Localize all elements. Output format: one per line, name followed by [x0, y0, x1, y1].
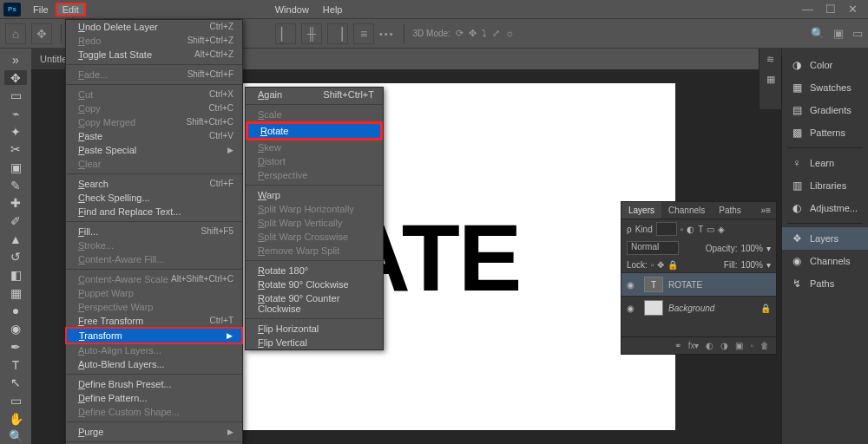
panel-button-adjustme[interactable]: ◐Adjustme...: [782, 197, 868, 219]
align-right-icon[interactable]: ▕: [327, 23, 348, 44]
search-icon[interactable]: 🔍: [811, 27, 825, 40]
panel-button-patterns[interactable]: ▩Patterns: [782, 121, 868, 144]
tab-paths[interactable]: Paths: [712, 202, 748, 219]
layer-row[interactable]: ◉ T ROTATE: [621, 272, 776, 296]
blend-mode-select[interactable]: Normal: [627, 241, 679, 255]
type-tool[interactable]: T: [4, 357, 27, 373]
distribute-icon[interactable]: ≡: [353, 23, 374, 44]
workspace-icon[interactable]: ▭: [852, 27, 863, 40]
blur-tool[interactable]: ●: [4, 304, 27, 319]
lasso-tool[interactable]: ⌁: [4, 106, 27, 121]
lock-all-icon[interactable]: 🔒: [667, 260, 678, 270]
lock-pixels-icon[interactable]: ▫: [651, 260, 654, 270]
menu-item-toggle-last-state[interactable]: Toggle Last StateAlt+Ctrl+Z: [66, 48, 242, 62]
fx-icon[interactable]: fx▾: [688, 341, 700, 350]
menu-item-free-transform[interactable]: Free TransformCtrl+T: [66, 314, 242, 328]
gradient-tool[interactable]: ▦: [4, 285, 27, 301]
dodge-tool[interactable]: ◉: [4, 321, 27, 336]
submenu-item-flip-vertical[interactable]: Flip Vertical: [246, 336, 383, 349]
menu-item-purge[interactable]: Purge ▶: [66, 425, 242, 439]
path-tool[interactable]: ↖: [4, 375, 27, 390]
fill-value[interactable]: 100%: [740, 260, 763, 270]
marquee-tool[interactable]: ▭: [4, 88, 27, 103]
menu-item-define-pattern-[interactable]: Define Pattern...: [66, 391, 242, 405]
menu-item-undo-delete-layer[interactable]: Undo Delete LayerCtrl+Z: [66, 20, 242, 34]
mask-icon[interactable]: ◐: [706, 341, 713, 350]
panel-menu-icon[interactable]: »≡: [756, 202, 776, 219]
panel-button-swatches[interactable]: ▦Swatches: [782, 76, 868, 99]
submenu-item-rotate-90-counter-clockwise[interactable]: Rotate 90° Counter Clockwise: [246, 291, 383, 316]
filter-pixel-icon[interactable]: ▫: [681, 225, 684, 234]
visibility-icon[interactable]: ◉: [627, 304, 639, 313]
more-icon[interactable]: •••: [379, 29, 395, 39]
menu-item-define-brush-preset-[interactable]: Define Brush Preset...: [66, 377, 242, 391]
minimize-button[interactable]: —: [802, 3, 813, 16]
layer-name[interactable]: Background: [668, 304, 714, 313]
info-icon[interactable]: ▦: [766, 74, 775, 85]
submenu-item-again[interactable]: AgainShift+Ctrl+T: [246, 88, 383, 101]
menu-item-search[interactable]: SearchCtrl+F: [66, 177, 242, 191]
zoom-tool[interactable]: 🔍: [4, 428, 27, 444]
menu-item-paste[interactable]: PasteCtrl+V: [66, 129, 242, 143]
submenu-item-rotate[interactable]: Rotate: [248, 124, 380, 138]
close-button[interactable]: ✕: [848, 3, 858, 16]
menu-item-paste-special[interactable]: Paste Special ▶: [66, 143, 242, 157]
filter-shape-icon[interactable]: ▭: [707, 225, 714, 234]
filter-type-icon[interactable]: T: [698, 225, 703, 234]
tab-layers[interactable]: Layers: [621, 202, 661, 219]
group-icon[interactable]: ▣: [735, 341, 743, 350]
submenu-item-rotate-90-clockwise[interactable]: Rotate 90° Clockwise: [246, 278, 383, 291]
panel-button-layers[interactable]: ❖Layers: [782, 227, 868, 250]
layer-name[interactable]: ROTATE: [668, 280, 702, 290]
scale-icon[interactable]: ⤢: [492, 28, 500, 39]
eyedropper-tool[interactable]: ✎: [4, 178, 27, 193]
panel-button-libraries[interactable]: ▥Libraries: [782, 174, 868, 197]
menu-window[interactable]: Window: [268, 3, 316, 16]
submenu-item-warp[interactable]: Warp: [246, 188, 383, 202]
link-layers-icon[interactable]: ⚭: [674, 341, 681, 350]
submenu-item-flip-horizontal[interactable]: Flip Horizontal: [246, 322, 383, 336]
panel-button-learn[interactable]: ♀Learn: [782, 152, 868, 174]
panel-button-gradients[interactable]: ▤Gradients: [782, 99, 868, 121]
healing-tool[interactable]: ✚: [4, 196, 27, 212]
expand-icon[interactable]: »: [4, 52, 27, 68]
pen-tool[interactable]: ✒: [4, 339, 27, 355]
home-icon[interactable]: ⌂: [5, 23, 26, 44]
hand-tool[interactable]: ✋: [4, 411, 27, 427]
move-tool[interactable]: ✥: [4, 70, 27, 86]
layer-row[interactable]: ◉ Background 🔒: [621, 296, 776, 319]
filter-adjust-icon[interactable]: ◐: [687, 225, 694, 234]
roll-icon[interactable]: ⤵: [482, 28, 487, 39]
menu-item-transform[interactable]: Transform ▶: [67, 329, 241, 343]
panel-button-paths[interactable]: ↯Paths: [782, 272, 868, 295]
align-center-icon[interactable]: ╫: [301, 23, 322, 44]
menu-help[interactable]: Help: [316, 3, 350, 16]
orbit-icon[interactable]: ⟳: [456, 28, 464, 39]
maximize-button[interactable]: ☐: [825, 3, 836, 16]
history-brush-tool[interactable]: ↺: [4, 250, 27, 265]
panel-button-channels[interactable]: ◉Channels: [782, 250, 868, 272]
move-tool-icon[interactable]: ✥: [31, 23, 52, 44]
align-left-icon[interactable]: ▏: [275, 23, 296, 44]
menu-item-auto-blend-layers-[interactable]: Auto-Blend Layers...: [66, 357, 242, 371]
histogram-icon[interactable]: ≋: [766, 54, 774, 65]
filter-smart-icon[interactable]: ◈: [718, 225, 725, 234]
lock-position-icon[interactable]: ✥: [657, 260, 664, 270]
menu-file[interactable]: File: [26, 3, 56, 16]
share-icon[interactable]: ▣: [833, 27, 844, 40]
menu-item-check-spelling-[interactable]: Check Spelling...: [66, 191, 242, 205]
wand-tool[interactable]: ✦: [4, 124, 27, 140]
pan-icon[interactable]: ✥: [469, 28, 477, 39]
stamp-tool[interactable]: ▲: [4, 232, 27, 247]
panel-button-color[interactable]: ◑Color: [782, 54, 868, 76]
shape-tool[interactable]: ▭: [4, 393, 27, 408]
menu-item-find-and-replace-text-[interactable]: Find and Replace Text...: [66, 205, 242, 219]
submenu-item-rotate-180-[interactable]: Rotate 180°: [246, 264, 383, 278]
delete-layer-icon[interactable]: 🗑: [760, 341, 769, 350]
eraser-tool[interactable]: ◧: [4, 267, 27, 283]
adjustment-icon[interactable]: ◑: [720, 341, 728, 350]
tab-channels[interactable]: Channels: [661, 202, 712, 219]
visibility-icon[interactable]: ◉: [627, 280, 639, 290]
menu-edit[interactable]: Edit: [56, 3, 86, 16]
menu-item-fill-[interactable]: Fill...Shift+F5: [66, 225, 242, 238]
